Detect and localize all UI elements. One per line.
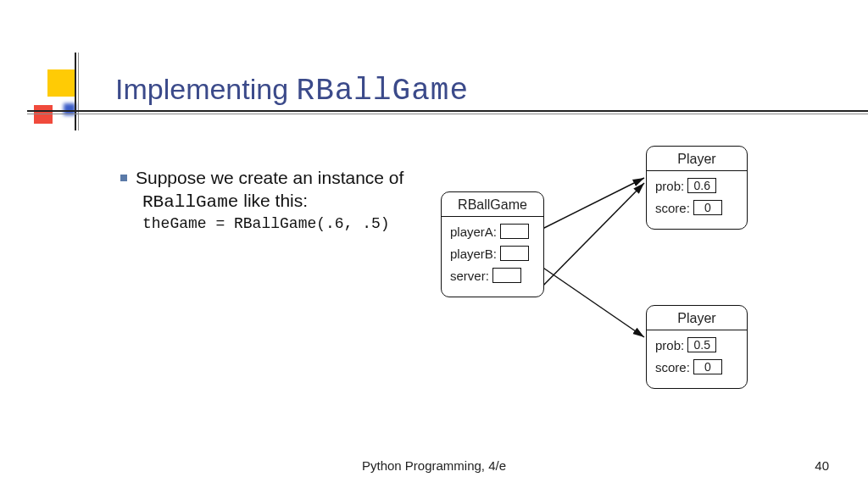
pointer-box [500,224,529,239]
player-row-prob: prob: 0.6 [655,178,738,193]
row-label: server: [450,269,489,283]
bullet-item: Suppose we create an instance of RBallGa… [120,166,426,214]
deco-square-red [34,105,53,124]
bullet-text-1: Suppose we create an instance of [136,168,403,187]
bullet-inline-code: RBallGame [142,192,238,212]
bullet-icon [120,175,127,181]
deco-line-horizontal [27,110,868,112]
player-title: Player [647,311,747,330]
rballgame-row-playerb: playerB: [450,246,535,261]
row-label: prob: [655,179,684,193]
object-diagram: RBallGame playerA: playerB: server: Play… [432,146,831,417]
deco-square-yellow [47,69,75,97]
row-label: playerA: [450,225,497,239]
pointer-box [492,268,521,283]
player-box-top: Player prob: 0.6 score: 0 [646,146,748,230]
row-label: playerB: [450,247,497,261]
slide-footer: Python Programming, 4/e [0,458,868,473]
rballgame-row-server: server: [450,268,535,283]
value-box: 0.5 [687,337,716,352]
rballgame-row-playera: playerA: [450,224,535,239]
row-label: score: [655,201,690,215]
value-box: 0 [693,359,722,374]
page-number: 40 [815,458,829,473]
player-row-score: score: 0 [655,200,738,215]
pointer-box [500,246,529,261]
title-text: Implementing [115,73,297,105]
slide-corner-decoration [34,69,102,120]
svg-line-1 [536,263,644,337]
player-row-prob: prob: 0.5 [655,337,738,352]
value-box: 0 [693,200,722,215]
deco-line-horizontal-shadow [27,114,868,114]
slide-title: Implementing RBallGame [115,73,469,108]
row-label: prob: [655,338,684,352]
bullet-text-2: like this: [238,191,308,210]
rballgame-box: RBallGame playerA: playerB: server: [441,191,544,297]
svg-line-2 [536,183,644,293]
bullet-code-line: theGame = RBallGame(.6, .5) [142,214,426,234]
row-label: score: [655,360,690,374]
slide-body: Suppose we create an instance of RBallGa… [120,166,426,234]
deco-line-vertical-shadow [78,53,79,130]
deco-line-vertical [75,53,76,130]
svg-line-0 [536,178,644,232]
rballgame-title: RBallGame [442,197,543,217]
title-code: RBallGame [297,74,469,108]
player-box-bottom: Player prob: 0.5 score: 0 [646,305,748,389]
player-title: Player [647,152,747,171]
value-box: 0.6 [687,178,716,193]
player-row-score: score: 0 [655,359,738,374]
